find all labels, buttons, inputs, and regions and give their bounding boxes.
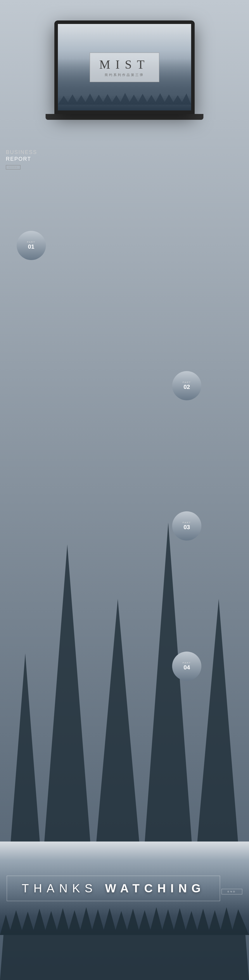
cover-border: MIST 简约系列作品第三弹 <box>90 52 159 82</box>
part-02-circle: PART 02 <box>172 371 201 400</box>
thanks-line1: THANKS WATCHING <box>22 882 205 895</box>
thanks-content: THANKS WATCHING END <box>7 876 242 901</box>
cover-title: MIST <box>99 57 150 72</box>
slide-thanks: THANKS WATCHING END <box>0 842 249 935</box>
business-more-btn[interactable]: MORE <box>6 165 21 169</box>
part-04-circle: PART 04 <box>172 652 201 681</box>
thanks-border: THANKS WATCHING <box>7 876 220 901</box>
thanks-end-btn[interactable]: END <box>222 889 242 894</box>
cover-subtitle: 简约系列作品第三弹 <box>99 73 150 77</box>
business-title: BUSINESS REPORT <box>6 149 56 163</box>
part-01-circle: PART 01 <box>17 231 46 260</box>
mini-laptop <box>59 788 105 817</box>
laptop-frame: MIST 简约系列作品第三弹 <box>54 21 195 114</box>
part-03-circle: PART 03 <box>172 511 201 541</box>
mini-screen <box>60 789 104 816</box>
slide-laptop: ADD YOUR TITLE HERE PART 1 PART 2 PART 3 <box>0 772 249 842</box>
laptop-content: PART 1 PART 2 PART 3 <box>6 788 243 819</box>
row-11: ADD YOUR TITLE HERE PART 1 PART 2 PART 3 <box>0 772 249 842</box>
laptop-center <box>32 788 131 819</box>
laptop-base <box>46 114 203 120</box>
laptop-screen: MIST 简约系列作品第三弹 <box>58 24 191 110</box>
